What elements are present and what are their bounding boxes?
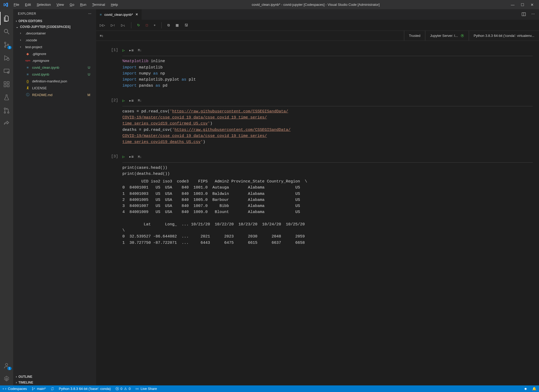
minimize-icon[interactable]: — [511, 3, 515, 7]
run-by-line-icon[interactable]: ▸≡ [129, 98, 134, 104]
run-by-line-icon[interactable]: ▸≡ [129, 48, 134, 54]
run-all-icon[interactable]: ▷▷ [100, 23, 105, 27]
jupyter-server-status[interactable]: Jupyter Server: l...⦿ [425, 31, 468, 41]
activity-extensions[interactable] [0, 78, 13, 91]
problems-status[interactable]: ⓧ0 ⚠0 [116, 386, 131, 391]
activity-settings[interactable] [0, 372, 13, 385]
svg-point-5 [7, 58, 9, 61]
codespaces-status[interactable]: Codespaces [3, 387, 27, 391]
activity-run-debug[interactable] [0, 51, 13, 64]
data-viewer-icon[interactable]: ▦ [176, 23, 179, 27]
file-readme[interactable]: ⓘREADME.mdM [13, 91, 96, 98]
variables-icon[interactable]: ⧉ [167, 23, 170, 27]
outline-section[interactable]: ›OUTLINE [13, 374, 96, 380]
open-editors-section[interactable]: › OPEN EDITORS [13, 18, 96, 24]
timeline-section[interactable]: ›TIMELINE [13, 380, 96, 385]
file-npmignore[interactable]: npm.npmignore [13, 57, 96, 64]
sync-status[interactable] [51, 387, 54, 391]
more-actions-icon[interactable]: ⋯ [531, 12, 535, 17]
run-below-icon[interactable]: ▷↓ [121, 23, 126, 27]
close-icon[interactable]: ✕ [531, 3, 534, 7]
svg-point-22 [137, 388, 138, 389]
activity-scm[interactable]: 3 [0, 38, 13, 51]
menu-go[interactable]: Go [67, 2, 77, 8]
menu-run[interactable]: Run [77, 2, 89, 8]
menu-file[interactable]: File [11, 2, 22, 8]
cell-prompt: [2] [107, 96, 122, 145]
file-covid-clean[interactable]: ≡covid_clean.ipynbU [13, 64, 96, 71]
file-gitignore[interactable]: ◆.gitignore [13, 50, 96, 57]
maximize-icon[interactable]: ☐ [521, 3, 524, 7]
folder-devcontainer[interactable]: ›.devcontainer [13, 30, 96, 37]
kernel-status[interactable]: Python 3.8.3 64-bit ('conda': virtualenv… [469, 31, 539, 41]
activity-liveshare[interactable] [0, 117, 13, 130]
sync-icon [51, 387, 54, 391]
notebook-file-icon: ≡ [100, 13, 102, 17]
trusted-status[interactable]: Trusted [404, 31, 425, 41]
menu-view[interactable]: View [54, 2, 67, 8]
share-arrow-icon [3, 120, 10, 127]
menu-terminal[interactable]: Terminal [89, 2, 108, 8]
cell-code[interactable]: %matplotlib inline import matplotlib imp… [122, 58, 533, 89]
restart-kernel-icon[interactable]: ↻ [137, 23, 140, 27]
save-icon[interactable]: 🖫 [184, 23, 188, 27]
branch-status[interactable]: main* [32, 387, 46, 391]
svg-point-4 [7, 44, 9, 45]
activity-accounts[interactable]: 1 [0, 359, 13, 372]
markdown-toggle-icon[interactable]: M↓ [138, 98, 142, 103]
workspace-section[interactable]: ⌄ COVID-JUPYTER [CODESPACES] [13, 24, 96, 30]
status-bar: Codespaces main* Python 3.8.3 64-bit ('b… [0, 385, 539, 392]
file-license[interactable]: 🎗LICENSE [13, 85, 96, 91]
editor-area: ≡ covid_clean.ipynb* × ⋯ ▷▷ ▷↑ ▷↓ ↻ □ + … [96, 9, 539, 385]
file-covid[interactable]: ≡covid.ipynbU [13, 71, 96, 78]
interrupt-kernel-icon[interactable]: □ [146, 23, 148, 27]
activity-search[interactable] [0, 25, 13, 38]
svg-point-13 [4, 112, 6, 113]
activity-testing[interactable] [0, 91, 13, 104]
notebook-cell[interactable]: [1]▷▸≡M↓%matplotlib inline import matplo… [107, 46, 533, 89]
menu-edit[interactable]: Edit [22, 2, 33, 8]
feedback-icon[interactable]: ☻ [524, 387, 527, 391]
folder-test-project[interactable]: ›test-project [13, 43, 96, 50]
run-cell-icon[interactable]: ▷ [122, 98, 125, 104]
json-file-icon: {} [25, 79, 30, 83]
notifications-icon[interactable]: 🔔 [532, 387, 536, 391]
ellipsis-icon[interactable]: ⋯ [88, 12, 92, 16]
activity-remote[interactable] [0, 64, 13, 78]
cell-code[interactable]: print(cases.head()) print(deaths.head()) [122, 165, 533, 177]
python-status[interactable]: Python 3.8.3 64-bit ('base': conda) [59, 387, 111, 391]
liveshare-status[interactable]: Live Share [135, 387, 157, 391]
cells-container: [1]▷▸≡M↓%matplotlib inline import matplo… [96, 41, 539, 385]
menubar: File Edit Selection View Go Run Terminal… [11, 2, 121, 8]
svg-point-19 [32, 387, 33, 388]
license-file-icon: 🎗 [25, 86, 30, 90]
file-tree: ›.devcontainer ›.vscode ›test-project ◆.… [13, 30, 96, 374]
toggle-lines-icon[interactable]: ≡↕ [96, 34, 103, 38]
menu-selection[interactable]: Selection [34, 2, 53, 8]
add-cell-icon[interactable]: + [154, 23, 156, 27]
activity-explorer[interactable] [0, 12, 13, 25]
run-by-line-icon[interactable]: ▸≡ [129, 154, 134, 160]
folder-vscode[interactable]: ›.vscode [13, 37, 96, 43]
split-editor-icon[interactable] [521, 12, 526, 17]
remote-icon [3, 68, 10, 75]
notebook-status-bar: ≡↕ Trusted Jupyter Server: l...⦿ Python … [96, 31, 539, 41]
cell-toolbar: ▷▸≡M↓ [122, 96, 533, 106]
cell-output: UID iso2 iso3 code3 FIPS Admin2 Province… [122, 178, 533, 246]
notebook-cell[interactable]: [3]▷▸≡M↓print(cases.head()) print(deaths… [107, 152, 533, 246]
run-cell-icon[interactable]: ▷ [122, 154, 125, 160]
cell-toolbar: ▷▸≡M↓ [122, 46, 533, 56]
cell-code[interactable]: cases = pd.read_csv('https://raw.githubu… [122, 108, 533, 145]
close-tab-icon[interactable]: × [136, 12, 138, 17]
file-definition-manifest[interactable]: {}definition-manifest.json [13, 78, 96, 85]
run-above-icon[interactable]: ▷↑ [111, 23, 115, 27]
notebook-cell[interactable]: [2]▷▸≡M↓cases = pd.read_csv('https://raw… [107, 96, 533, 145]
git-file-icon: ◆ [25, 52, 30, 56]
svg-point-14 [8, 112, 9, 113]
markdown-toggle-icon[interactable]: M↓ [138, 48, 142, 53]
run-cell-icon[interactable]: ▷ [122, 48, 125, 54]
markdown-toggle-icon[interactable]: M↓ [138, 155, 142, 160]
activity-pr[interactable] [0, 104, 13, 117]
menu-help[interactable]: Help [108, 2, 121, 8]
editor-tab[interactable]: ≡ covid_clean.ipynb* × [96, 9, 142, 20]
